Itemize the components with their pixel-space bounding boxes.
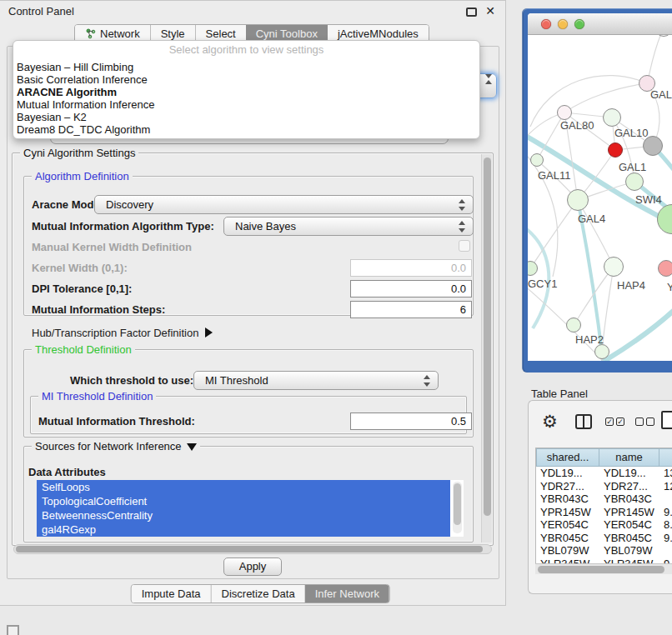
node-gal4[interactable] xyxy=(567,189,589,211)
node-swi4[interactable] xyxy=(625,172,644,191)
node-unlabeled-bottom[interactable] xyxy=(594,344,609,359)
collapse-down-icon xyxy=(187,443,197,451)
node-gal10[interactable] xyxy=(603,108,621,127)
float-window-icon[interactable] xyxy=(466,8,477,17)
network-window-titlebar[interactable] xyxy=(528,13,672,35)
network-view-window[interactable]: GAL GAL80 GAL10 GAL1 GAL11 SWI4 GAL4 GCY… xyxy=(522,8,672,372)
dock-panel-icon[interactable] xyxy=(7,625,19,635)
table-header-row: shared... name A xyxy=(536,448,672,467)
attribute-item-selected[interactable]: TopologicalCoefficient xyxy=(37,494,450,508)
close-traffic-light[interactable] xyxy=(541,19,551,29)
table-row[interactable]: YER054CYER054C8. xyxy=(536,518,672,532)
table-row[interactable]: YBR043CYBR043C xyxy=(536,492,672,506)
hub-section-toggle[interactable]: Hub/Transcription Factor Definition xyxy=(32,327,213,339)
dpi-tolerance-label: DPI Tolerance [0,1]: xyxy=(32,282,132,295)
spinner-arrows-icon xyxy=(459,198,466,212)
node-label: GAL10 xyxy=(614,127,648,139)
network-canvas[interactable]: GAL GAL80 GAL10 GAL1 GAL11 SWI4 GAL4 GCY… xyxy=(528,35,672,361)
spinner-arrows-icon xyxy=(459,220,466,233)
table-row[interactable]: YDL19...YDL19...13 xyxy=(536,467,672,480)
dropdown-item[interactable]: Mutual Information Inference xyxy=(13,98,479,111)
control-panel-window: Control Panel ✕ Network Style Select Cyn… xyxy=(0,0,506,606)
list-vertical-scrollbar[interactable] xyxy=(453,482,462,533)
tab-label: Infer Network xyxy=(315,588,379,600)
table-toolbar: ⚙ ✓ ✓ xyxy=(529,401,672,448)
control-panel-title: Control Panel xyxy=(8,5,74,18)
combo-value: Discovery xyxy=(106,198,153,211)
node-y-partial[interactable] xyxy=(658,260,672,277)
select-all-columns-icon[interactable]: ✓ ✓ xyxy=(605,418,624,426)
tab-impute-data[interactable]: Impute Data xyxy=(132,585,211,602)
mi-threshold-label: Mutual Information Threshold: xyxy=(38,415,195,428)
tab-label: Select xyxy=(206,28,236,40)
minimize-traffic-light[interactable] xyxy=(558,19,568,29)
dpi-tolerance-field[interactable]: 0.0 xyxy=(350,280,472,298)
zoom-traffic-light[interactable] xyxy=(574,19,584,29)
node-label: HAP2 xyxy=(575,333,604,346)
node-label: SWI4 xyxy=(635,193,662,206)
table-row[interactable]: YPR145WYPR145W9. xyxy=(536,506,672,519)
network-icon xyxy=(85,28,96,39)
dropdown-item[interactable]: Basic Correlation Inference xyxy=(13,73,479,86)
dropdown-item[interactable]: Bayesian – Hill Climbing xyxy=(13,61,479,73)
dropdown-item[interactable]: Dream8 DC_TDC Algorithm xyxy=(13,123,479,136)
group-title: MI Threshold Definition xyxy=(38,390,156,402)
table-row[interactable]: YDR27...YDR27...12 xyxy=(536,480,672,493)
aracne-mode-label: Aracne Mode: xyxy=(32,198,103,211)
tab-label: jActiveMNodules xyxy=(338,28,419,40)
column-header-shared-name[interactable]: shared... xyxy=(536,448,599,467)
node-gal80[interactable] xyxy=(557,105,572,120)
table-row[interactable]: YBR045CYBR045C9. xyxy=(536,532,672,545)
which-threshold-label: Which threshold to use: xyxy=(70,374,193,387)
attribute-item-selected[interactable]: SelfLoops xyxy=(37,480,450,494)
dropdown-item-selected[interactable]: ARACNE Algorithm xyxy=(13,86,479,98)
tab-discretize-data[interactable]: Discretize Data xyxy=(211,585,305,602)
mi-steps-field[interactable]: 6 xyxy=(350,301,472,318)
table-row[interactable]: YBL079WYBL079W xyxy=(536,544,672,558)
apply-button[interactable]: Apply xyxy=(223,558,282,576)
collapse-right-icon xyxy=(205,328,213,338)
kernel-width-label: Kernel Width (0,1): xyxy=(32,262,128,274)
data-attributes-label: Data Attributes xyxy=(28,466,106,478)
close-icon[interactable]: ✕ xyxy=(485,4,495,18)
table-horizontal-scrollbar[interactable] xyxy=(535,563,672,574)
mi-type-combo[interactable]: Naive Bayes xyxy=(223,217,474,236)
node-gal11[interactable] xyxy=(530,153,544,167)
gear-icon[interactable]: ⚙ xyxy=(542,412,558,431)
settings-vertical-scrollbar[interactable] xyxy=(481,154,492,542)
dropdown-prompt: Select algorithm to view settings xyxy=(13,41,479,61)
tab-label: Network xyxy=(100,28,140,40)
column-header-partial[interactable]: A xyxy=(659,448,672,467)
group-title: Threshold Definition xyxy=(32,343,135,356)
combo-value: Naive Bayes xyxy=(235,220,296,232)
mi-threshold-field[interactable]: 0.5 xyxy=(350,412,472,430)
sources-toggle[interactable]: Sources for Network Inference xyxy=(32,440,200,452)
attribute-item-selected[interactable]: gal4RGexp xyxy=(37,522,450,537)
data-attributes-list[interactable]: SelfLoops TopologicalCoefficient Between… xyxy=(37,480,464,537)
cyni-bottom-tabbar: Impute Data Discretize Data Infer Networ… xyxy=(131,584,390,603)
node-label: GCY1 xyxy=(528,278,557,290)
sources-title: Sources for Network Inference xyxy=(35,440,182,452)
attribute-item-selected[interactable]: BetweennessCentrality xyxy=(37,508,450,522)
manual-kernel-checkbox[interactable] xyxy=(459,240,470,252)
dropdown-item[interactable]: Bayesian – K2 xyxy=(13,111,479,123)
tab-infer-network[interactable]: Infer Network xyxy=(305,585,389,602)
node-gal1-selected[interactable] xyxy=(608,142,623,158)
aracne-mode-combo[interactable]: Discovery xyxy=(94,195,474,214)
table-panel-window: ⚙ ✓ ✓ shared... name A YDL19...YDL19...1… xyxy=(528,400,672,594)
unselect-all-columns-icon[interactable] xyxy=(635,418,654,426)
group-title: Algorithm Definition xyxy=(32,170,133,182)
which-threshold-combo[interactable]: MI Threshold xyxy=(193,371,439,390)
column-header-name[interactable]: name xyxy=(599,448,659,467)
node-hap2[interactable] xyxy=(566,318,581,332)
tab-label: Impute Data xyxy=(142,588,201,600)
settings-horizontal-scrollbar[interactable] xyxy=(13,544,492,554)
kernel-width-field[interactable]: 0.0 xyxy=(350,259,472,277)
node-hap4[interactable] xyxy=(604,257,624,277)
hub-section-label: Hub/Transcription Factor Definition xyxy=(32,327,198,339)
document-icon[interactable] xyxy=(661,411,672,429)
node-table[interactable]: shared... name A YDL19...YDL19...13 YDR2… xyxy=(535,448,672,569)
node-label: GAL80 xyxy=(560,119,594,132)
screen: Control Panel ✕ Network Style Select Cyn… xyxy=(0,0,672,635)
split-columns-icon[interactable] xyxy=(575,414,592,429)
